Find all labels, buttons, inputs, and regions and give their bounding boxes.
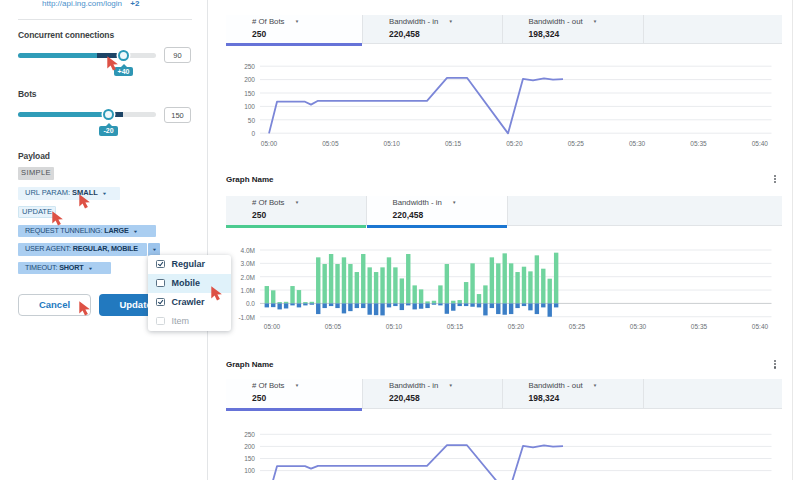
svg-text:05:10: 05:10 (384, 140, 401, 147)
svg-text:-1.0M: -1.0M (238, 314, 255, 321)
svg-text:4.0M: 4.0M (241, 247, 255, 254)
svg-text:100: 100 (244, 103, 255, 110)
svg-text:250: 250 (244, 431, 255, 438)
svg-text:05:00: 05:00 (264, 323, 281, 330)
svg-text:50: 50 (248, 117, 256, 124)
svg-text:05:35: 05:35 (691, 323, 708, 330)
svg-text:05:30: 05:30 (630, 323, 647, 330)
svg-text:05:20: 05:20 (508, 323, 525, 330)
svg-text:150: 150 (244, 90, 255, 97)
svg-text:250: 250 (244, 63, 255, 70)
svg-text:3.0M: 3.0M (241, 260, 255, 267)
svg-text:1.0M: 1.0M (241, 287, 255, 294)
svg-text:2.0M: 2.0M (241, 274, 255, 281)
svg-text:05:10: 05:10 (386, 323, 403, 330)
svg-text:05:35: 05:35 (690, 140, 707, 147)
svg-text:0: 0 (251, 130, 255, 137)
svg-text:05:15: 05:15 (447, 323, 464, 330)
svg-text:05:05: 05:05 (325, 323, 342, 330)
svg-text:05:25: 05:25 (568, 140, 585, 147)
svg-text:200: 200 (244, 443, 255, 450)
svg-text:05:30: 05:30 (629, 140, 646, 147)
svg-text:05:05: 05:05 (322, 140, 339, 147)
svg-text:0.0: 0.0 (246, 300, 255, 307)
svg-text:200: 200 (244, 76, 255, 83)
svg-text:150: 150 (244, 455, 255, 462)
svg-text:05:15: 05:15 (445, 140, 462, 147)
svg-text:05:40: 05:40 (752, 140, 769, 147)
svg-text:05:40: 05:40 (752, 323, 769, 330)
svg-text:100: 100 (244, 467, 255, 474)
svg-text:05:20: 05:20 (506, 140, 523, 147)
svg-text:05:25: 05:25 (569, 323, 586, 330)
svg-text:05:00: 05:00 (261, 140, 278, 147)
